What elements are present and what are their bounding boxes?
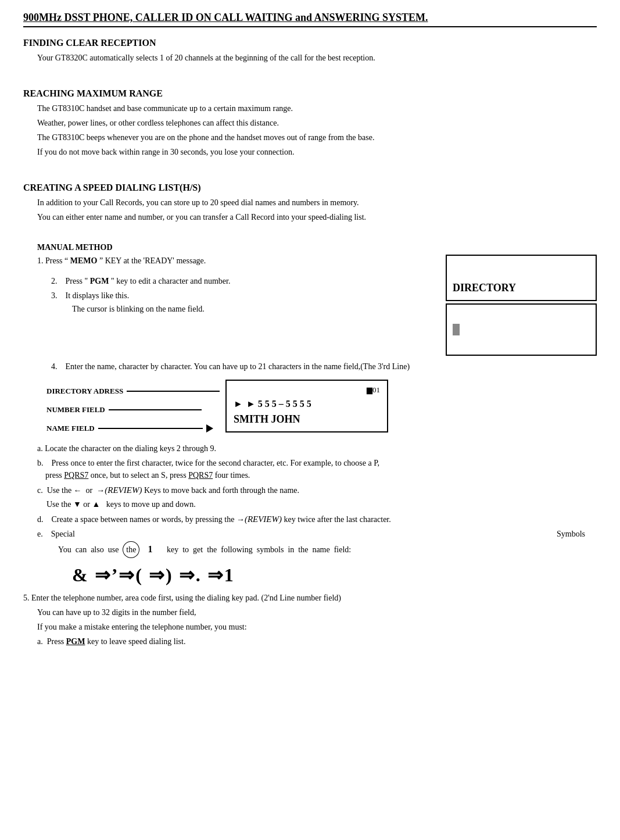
cursor-block — [453, 324, 460, 335]
name-field-label: NAME FIELD — [46, 424, 95, 433]
item-e-symbols-label: Symbols — [557, 528, 597, 540]
manual-method-heading: MANUAL METHOD — [37, 243, 597, 252]
item-b: b. Press once to enter the first charact… — [37, 457, 597, 481]
reaching-max-range-line1: The GT8310C handset and base communicate… — [37, 102, 597, 115]
review-key-c: (REVIEW) — [105, 485, 142, 495]
pqrs7-ref1: PQRS7 — [64, 471, 88, 480]
finding-clear-reception-text: Your GT8320C automatically selects 1 of … — [37, 52, 597, 64]
display-line1: ▆01 — [234, 384, 380, 396]
cursor-display-box — [446, 303, 597, 356]
pgm-key-2: PGM — [90, 277, 109, 285]
display-arrow-icon: ► — [234, 396, 243, 412]
directory-label: DIRECTORY — [453, 282, 516, 294]
step5-block: 5. Enter the telephone number, area code… — [23, 592, 597, 648]
dir-adress-line — [127, 391, 220, 392]
page-title: 900MHz DSST PHONE, CALLER ID ON CALL WAI… — [23, 12, 597, 27]
display-line3: SMITH JOHN — [234, 411, 380, 428]
step5-text: 5. Enter the telephone number, area code… — [23, 592, 597, 604]
item-c2: Use the ▼ or ▲ keys to move up and down. — [46, 498, 597, 510]
manual-step4: 4. Enter the name, character by characte… — [51, 360, 597, 373]
reaching-maximum-range-heading: REACHING MAXIMUM RANGE — [23, 88, 597, 99]
review-key-d: (REVIEW) — [245, 514, 282, 524]
manual-step3: 3. It displays like this. — [51, 289, 440, 302]
the-circled[interactable]: the — [123, 541, 139, 558]
step5-item-a: a. Press PGM key to leave speed dialing … — [37, 635, 597, 648]
directory-display-box: DIRECTORY — [446, 255, 597, 301]
manual-step3b: The cursor is blinking on the name field… — [72, 303, 440, 315]
pqrs7-ref2: PQRS7 — [188, 471, 213, 480]
step5-line2: You can have up to 32 digits in the numb… — [37, 606, 597, 619]
step5-line3: If you make a mistake entering the telep… — [37, 621, 597, 633]
creating-speed-line2: You can either enter name and number, or… — [37, 211, 597, 223]
reaching-max-range-line3: The GT8310C beeps whenever you are on th… — [37, 131, 597, 144]
manual-step1: 1. Press “ MEMO ” KEY at the 'READY' mes… — [37, 255, 440, 267]
finding-clear-reception-heading: FINDING CLEAR RECEPTION — [23, 38, 597, 48]
item-d: d. Create a space between names or words… — [37, 513, 597, 526]
reaching-max-range-line4: If you do not move back within range in … — [37, 146, 597, 158]
dir-adress-label: DIRECTORY ADRESS — [46, 387, 123, 396]
item-e: e. Special Symbols — [37, 528, 597, 540]
memo-key: MEMO — [70, 256, 98, 265]
item-e-line2: You can also use the 1 key to get the fo… — [58, 541, 597, 558]
creating-speed-line1: In addition to your Call Records, you ca… — [37, 196, 597, 209]
pgm-key-5: PGM — [66, 637, 85, 646]
creating-speed-dialing-heading: CREATING A SPEED DIALING LIST(H/S) — [23, 183, 597, 193]
big-symbols: & ⇒’⇒( ⇒) ⇒. ⇒1 — [72, 564, 597, 586]
display-line2: ► ► 5 5 5 – 5 5 5 5 — [234, 396, 380, 412]
item-c: c. Use the ← or →(REVIEW) Keys to move b… — [37, 484, 597, 497]
num-1: 1 — [148, 544, 152, 554]
address-display-box: ▆01 ► ► 5 5 5 – 5 5 5 5 SMITH JOHN — [225, 380, 388, 432]
name-field-line — [98, 428, 203, 429]
number-field-line — [109, 409, 202, 410]
reaching-max-range-line2: Weather, power lines, or other cordless … — [37, 117, 597, 129]
number-field-label: NUMBER FIELD — [46, 405, 105, 414]
manual-step2: 2. Press " PGM " key to edit a character… — [51, 275, 440, 287]
item-a: a. Locate the character on the dialing k… — [37, 442, 597, 455]
name-field-arrow — [206, 424, 213, 432]
